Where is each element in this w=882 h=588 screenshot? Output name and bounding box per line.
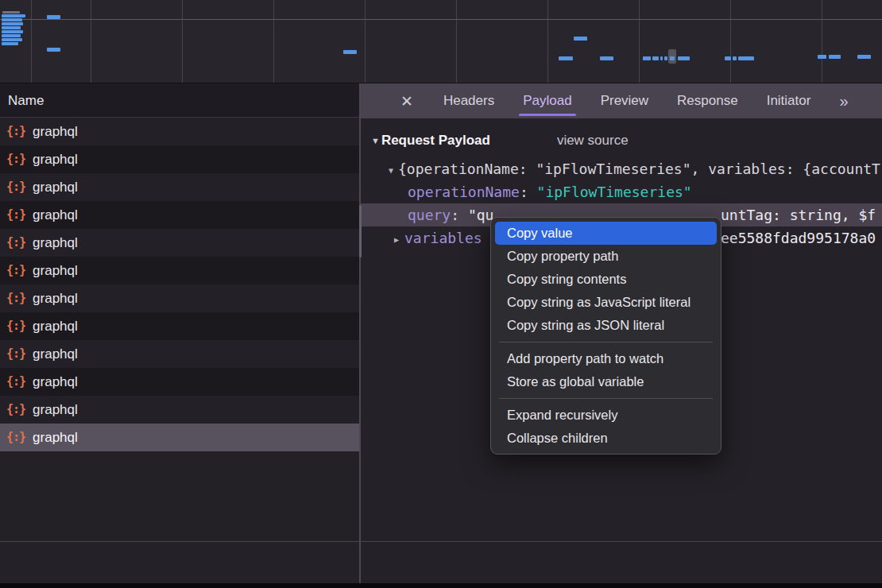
- json-request-icon: {:}: [6, 346, 25, 361]
- request-payload-section-header[interactable]: ▼ Request Payload view source: [361, 129, 882, 153]
- disclosure-triangle-icon[interactable]: ▶: [394, 235, 399, 244]
- context-menu-item[interactable]: Copy string as JSON literal: [495, 314, 717, 337]
- request-name: graphql: [33, 430, 78, 446]
- request-row[interactable]: {:}graphql: [0, 257, 359, 284]
- request-row[interactable]: {:}graphql: [0, 284, 359, 312]
- context-menu-item[interactable]: Copy property path: [495, 245, 717, 268]
- json-request-icon: {:}: [6, 402, 25, 416]
- payload-root-row[interactable]: ▼{operationName: "ipFlowTimeseries", var…: [361, 158, 882, 180]
- context-menu-item[interactable]: Expand recursively: [495, 404, 717, 427]
- request-bar: [2, 26, 21, 29]
- scrollbar-thumb[interactable]: [359, 205, 362, 257]
- disclosure-triangle-icon[interactable]: ▼: [371, 136, 380, 145]
- json-request-icon: {:}: [6, 180, 25, 194]
- request-row[interactable]: {:}graphql: [0, 201, 359, 229]
- network-overview-minimap[interactable]: [0, 0, 882, 83]
- bottom-edge: [0, 583, 882, 588]
- tab-payload[interactable]: Payload: [523, 83, 571, 118]
- request-bar: [574, 37, 587, 41]
- request-bar: [733, 56, 737, 60]
- request-row[interactable]: {:}graphql: [0, 368, 359, 396]
- section-title: Request Payload: [381, 133, 490, 149]
- request-bar: [600, 56, 613, 60]
- request-bar: [47, 15, 60, 19]
- panel-divider[interactable]: [359, 83, 361, 583]
- key-separator: :: [520, 184, 537, 200]
- detail-tabbar: ✕ HeadersPayloadPreviewResponseInitiator…: [361, 83, 882, 118]
- name-column-header[interactable]: Name: [0, 83, 359, 118]
- tab-response[interactable]: Response: [677, 83, 738, 118]
- json-request-icon: {:}: [6, 124, 25, 138]
- json-request-icon: {:}: [6, 263, 25, 277]
- request-name: graphql: [33, 152, 78, 168]
- request-row[interactable]: {:}graphql: [0, 229, 359, 257]
- request-name: graphql: [33, 374, 78, 390]
- property-key: variables: [404, 230, 482, 246]
- request-name: graphql: [33, 235, 78, 251]
- request-bar: [725, 56, 731, 60]
- summary-bar: [0, 542, 882, 583]
- request-bar: [2, 11, 20, 14]
- json-request-icon: {:}: [6, 319, 25, 333]
- requests-name-column: Name {:}graphql{:}graphql{:}graphql{:}gr…: [0, 83, 359, 541]
- request-bar: [678, 56, 690, 60]
- request-name: graphql: [33, 180, 78, 195]
- request-row[interactable]: {:}graphql: [0, 312, 359, 340]
- request-bar: [2, 42, 18, 45]
- context-menu-item[interactable]: Copy value: [495, 222, 717, 245]
- json-request-icon: {:}: [6, 291, 25, 305]
- property-value-string: "ipFlowTimeseries": [537, 184, 692, 200]
- request-bar: [670, 56, 675, 60]
- json-request-icon: {:}: [6, 374, 25, 389]
- menu-separator: [499, 398, 713, 399]
- request-row[interactable]: {:}graphql: [0, 424, 359, 451]
- request-bar: [2, 38, 22, 41]
- close-icon[interactable]: ✕: [400, 92, 413, 110]
- request-row[interactable]: {:}graphql: [0, 145, 359, 173]
- json-request-icon: {:}: [6, 430, 25, 444]
- request-name: graphql: [33, 319, 78, 335]
- key-separator: :: [451, 207, 468, 223]
- tab-initiator[interactable]: Initiator: [767, 83, 811, 118]
- payload-root-preview: {operationName: "ipFlowTimeseries", vari…: [398, 161, 880, 177]
- request-name: graphql: [33, 263, 78, 279]
- request-row[interactable]: {:}graphql: [0, 340, 359, 368]
- json-request-icon: {:}: [6, 152, 25, 166]
- context-menu-item[interactable]: Copy string contents: [495, 268, 717, 291]
- request-name: graphql: [33, 124, 78, 140]
- request-bar: [643, 56, 651, 60]
- request-row[interactable]: {:}graphql: [0, 396, 359, 424]
- request-bar: [2, 34, 21, 37]
- request-row[interactable]: {:}graphql: [0, 173, 359, 201]
- request-bar: [2, 18, 22, 21]
- request-bar: [818, 55, 826, 59]
- request-bar: [559, 56, 573, 60]
- request-bar: [664, 56, 667, 60]
- request-list: {:}graphql{:}graphql{:}graphql{:}graphql…: [0, 118, 359, 451]
- property-value-left-fragment: "qu: [468, 207, 494, 223]
- context-menu-item[interactable]: Add property path to watch: [495, 347, 717, 370]
- request-bar: [652, 56, 659, 60]
- request-name: graphql: [33, 207, 78, 223]
- request-name: graphql: [33, 346, 78, 362]
- context-menu-item[interactable]: Store as global variable: [495, 370, 717, 393]
- property-value-right-fragment: ee5588fdad995178a0: [721, 226, 876, 250]
- more-tabs-chevron-icon[interactable]: »: [839, 92, 846, 110]
- property-value-right-fragment: untTag: string, $f: [721, 203, 876, 226]
- context-menu-item[interactable]: Collapse children: [495, 427, 717, 450]
- tab-headers[interactable]: Headers: [443, 83, 494, 118]
- disclosure-triangle-icon[interactable]: ▼: [389, 166, 393, 175]
- request-row[interactable]: {:}graphql: [0, 118, 359, 145]
- request-name: graphql: [33, 291, 78, 307]
- request-bar: [857, 55, 871, 59]
- request-bar: [2, 22, 23, 25]
- request-bar: [2, 30, 23, 33]
- payload-row-operationname[interactable]: operationName: "ipFlowTimeseries": [361, 180, 882, 203]
- request-bar: [829, 55, 841, 59]
- menu-separator: [499, 342, 713, 342]
- devtools-network-panel: Name {:}graphql{:}graphql{:}graphql{:}gr…: [0, 0, 882, 588]
- view-source-link[interactable]: view source: [557, 133, 629, 149]
- context-menu-item[interactable]: Copy string as JavaScript literal: [495, 291, 717, 314]
- tab-preview[interactable]: Preview: [601, 83, 648, 118]
- context-menu: Copy valueCopy property pathCopy string …: [490, 217, 721, 455]
